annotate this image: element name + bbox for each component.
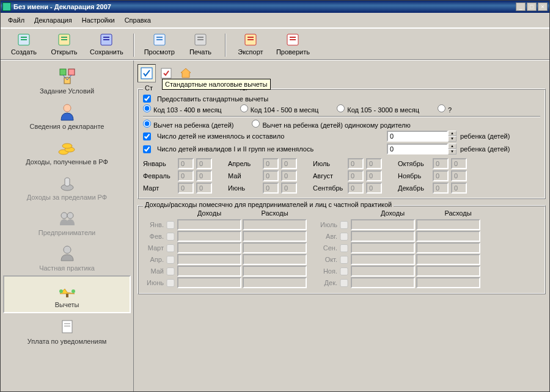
prep-month-label: Дек. [320, 279, 337, 286]
spin-down[interactable]: ▼ [448, 136, 457, 142]
month-grid: ЯнварьАпрельИюльОктябрьФевральМайАвгустН… [143, 158, 540, 194]
spin-up[interactable]: ▲ [448, 131, 457, 136]
menubar: Файл Декларация Настройки Справка [1, 13, 549, 28]
month-val1 [178, 158, 194, 169]
prep-expense [416, 277, 480, 288]
month-val2 [281, 158, 297, 169]
prep-month-label: Июнь [143, 279, 164, 286]
prep-cb [165, 279, 176, 287]
minimize-button[interactable]: _ [516, 2, 526, 11]
radio-q: ? [438, 104, 452, 114]
cb-children-label: Число детей не изменялось и составило [157, 132, 383, 140]
titlebar: Без имени - Декларация 2007 _ □ × [1, 1, 549, 13]
checkbox-page-icon [140, 67, 153, 80]
col-expense-2: Расходы [426, 209, 490, 217]
toolbar-Просмотр[interactable]: Просмотр [141, 31, 178, 57]
month-val1 [263, 158, 279, 169]
svg-rect-8 [103, 39, 109, 40]
sidebar-item-5: Частная практика [1, 240, 133, 275]
svg-rect-22 [68, 69, 75, 75]
close-button[interactable]: × [538, 2, 548, 11]
cb-provide-label: Предоставить стандартные вычеты [157, 95, 268, 103]
svg-point-29 [62, 143, 72, 148]
menu-help[interactable]: Справка [121, 15, 155, 25]
sidebar-item-3: Доходы за пределами РФ [1, 169, 133, 205]
nav-icon [56, 208, 78, 228]
toolbar-Экспорт[interactable]: Экспорт [232, 31, 269, 57]
prep-month-label: Фев. [143, 233, 164, 240]
prep-row: ИюньДек. [143, 277, 540, 288]
children-suffix: ребенка (детей) [460, 132, 510, 140]
menu-declaration[interactable]: Декларация [31, 15, 76, 25]
prep-expense [416, 266, 480, 277]
prep-cb [165, 221, 176, 229]
sidebar-item-1[interactable]: Сведения о декларанте [1, 98, 133, 134]
nav-icon [56, 102, 78, 122]
menu-file[interactable]: Файл [4, 15, 28, 25]
cb-provide-standard[interactable] [143, 95, 151, 103]
month-val2 [451, 158, 467, 169]
prep-expense [416, 219, 480, 230]
svg-rect-10 [156, 37, 163, 38]
month-label: Май [228, 172, 262, 180]
invalid-input[interactable] [387, 143, 448, 154]
toolbar-Создать[interactable]: Создать [6, 31, 42, 57]
month-val1 [178, 183, 194, 194]
sidebar-item-7[interactable]: Уплата по уведомлениям [1, 313, 133, 349]
tab-standard-deductions[interactable] [138, 64, 156, 82]
maximize-button[interactable]: □ [527, 2, 537, 11]
prep-income [351, 219, 415, 230]
toolbar-icon [285, 32, 300, 47]
invalid-suffix: ребенка (детей) [460, 145, 510, 153]
nav-icon [56, 317, 78, 336]
group-income-expense: Доходы/расходы помесячно для предпринима… [138, 205, 546, 294]
prep-month-label: Окт. [320, 256, 337, 263]
group2-legend: Доходы/расходы помесячно для предпринима… [143, 201, 394, 208]
cb-invalid-count[interactable] [143, 145, 151, 153]
toolbar-Печать[interactable]: Печать [182, 31, 219, 57]
prep-income [351, 277, 415, 288]
prep-row: МайНоя. [143, 266, 540, 277]
toolbar-icon [57, 32, 72, 47]
children-input[interactable] [387, 131, 448, 142]
month-label: Январь [143, 160, 177, 167]
prep-month-label: Июль [320, 221, 337, 228]
month-label: Октябрь [398, 160, 431, 167]
spin-down[interactable]: ▼ [448, 149, 457, 154]
prep-header: Доходы Расходы Доходы Расходы [143, 209, 540, 217]
menu-settings[interactable]: Настройки [78, 15, 119, 25]
toolbar-icon [99, 32, 114, 47]
cb-children-count[interactable] [143, 132, 151, 140]
svg-rect-23 [64, 78, 70, 84]
prep-expense [243, 254, 307, 265]
nav-icon [56, 280, 78, 300]
prep-cb [165, 267, 176, 275]
svg-point-36 [72, 289, 75, 293]
toolbar-Проверить[interactable]: Проверить [273, 31, 314, 57]
sidebar-item-2[interactable]: Доходы, полученные в РФ [1, 134, 133, 169]
toolbar-icon [152, 32, 167, 47]
toolbar-Открыть[interactable]: Открыть [46, 31, 82, 57]
invalid-spinner[interactable]: ▲▼ [387, 143, 457, 154]
svg-rect-1 [21, 37, 27, 38]
sidebar-item-0[interactable]: Задание Условий [1, 63, 133, 98]
sidebar-item-6[interactable]: Вычеты [3, 275, 131, 313]
prep-row: МартСен. [143, 242, 540, 253]
prep-month-label: Янв. [143, 221, 164, 228]
prep-income [177, 277, 241, 288]
prep-month-label: Май [143, 267, 164, 275]
prep-expense [243, 242, 307, 253]
children-spinner[interactable]: ▲▼ [387, 131, 457, 142]
toolbar-Сохранить[interactable]: Сохранить [86, 31, 127, 57]
nav-icon [56, 137, 78, 157]
prep-income [177, 219, 241, 230]
prep-expense [416, 242, 480, 253]
svg-rect-19 [290, 37, 296, 38]
month-val2 [366, 158, 382, 169]
prep-income [177, 266, 241, 277]
spin-up[interactable]: ▲ [448, 143, 457, 149]
month-val1 [178, 170, 194, 181]
month-val1 [433, 158, 449, 169]
app-icon [2, 2, 11, 11]
radio-104: Код 104 - 500 в месяц [240, 104, 319, 114]
